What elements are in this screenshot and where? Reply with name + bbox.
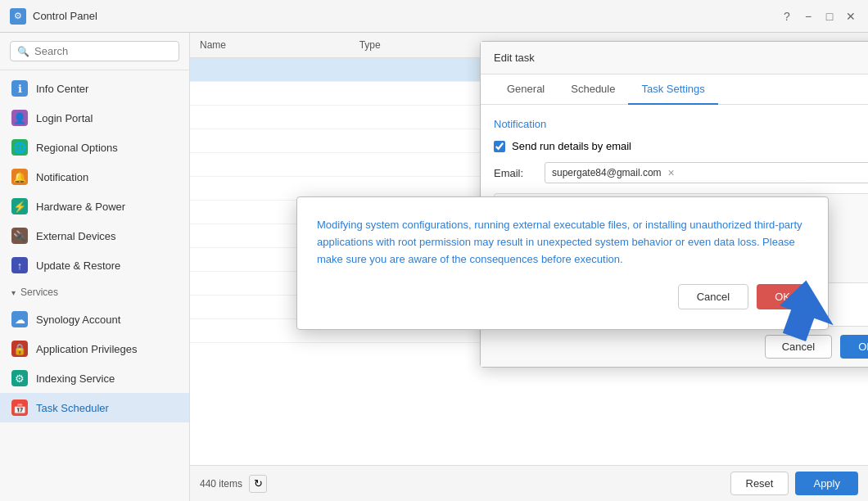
info-center-icon: ℹ (11, 80, 28, 97)
search-input[interactable] (34, 45, 172, 57)
synology-account-icon: ☁ (11, 311, 28, 327)
sidebar-item-label: Application Privileges (36, 343, 138, 355)
sidebar-item-info-center[interactable]: ℹ Info Center (0, 74, 189, 103)
content-area: Name Type Action Last run time Owner roo… (190, 33, 868, 501)
external-devices-icon: 🔌 (11, 228, 28, 244)
send-email-row: Send run details by email (494, 140, 868, 152)
item-count-area: 440 items ↻ (200, 475, 267, 493)
sidebar: 🔍 ℹ Info Center 👤 Login Portal 🌐 Regiona… (0, 33, 190, 501)
sidebar-item-hardware-power[interactable]: ⚡ Hardware & Power (0, 192, 189, 221)
application-privileges-icon: 🔒 (11, 341, 28, 357)
maximize-button[interactable]: □ (822, 9, 837, 24)
close-button[interactable]: ✕ (843, 9, 858, 24)
services-label: Services (20, 287, 58, 298)
send-email-label: Send run details by email (512, 140, 631, 152)
control-panel-window: ⚙ Control Panel ? − □ ✕ 🔍 ℹ Info Center (0, 0, 868, 501)
sidebar-item-update-restore[interactable]: ↑ Update & Restore (0, 250, 189, 280)
main-layout: 🔍 ℹ Info Center 👤 Login Portal 🌐 Regiona… (0, 33, 868, 501)
email-label: Email: (494, 167, 535, 179)
sidebar-item-label: Update & Restore (36, 260, 120, 272)
bottom-bar: 440 items ↻ Reset Apply (190, 465, 868, 501)
item-count-text: 440 items (200, 478, 242, 490)
sidebar-navigation: ℹ Info Center 👤 Login Portal 🌐 Regional … (0, 70, 189, 501)
indexing-service-icon: ⚙ (11, 370, 28, 386)
app-icon: ⚙ (10, 8, 26, 25)
update-restore-icon: ↑ (11, 257, 28, 273)
sidebar-item-task-scheduler[interactable]: 📅 Task Scheduler (0, 393, 189, 422)
sidebar-item-indexing-service[interactable]: ⚙ Indexing Service (0, 363, 189, 393)
help-button[interactable]: ? (780, 9, 794, 24)
sidebar-item-label: External Devices (36, 230, 116, 242)
search-box: 🔍 (0, 33, 189, 70)
hardware-power-icon: ⚡ (11, 198, 28, 214)
search-input-wrap[interactable]: 🔍 (10, 41, 179, 61)
tab-task-settings[interactable]: Task Settings (628, 74, 717, 105)
send-email-checkbox[interactable] (494, 141, 505, 152)
notification-section-title: Notification (494, 118, 868, 130)
sidebar-item-label: Notification (36, 171, 88, 183)
minimize-button[interactable]: − (801, 9, 816, 24)
email-tag-value: supergate84@gmail.com (552, 167, 662, 178)
edit-task-tabs: General Schedule Task Settings (481, 74, 868, 105)
services-section-header[interactable]: ▾ Services (0, 280, 189, 305)
search-icon: 🔍 (17, 46, 29, 57)
warning-buttons: Cancel OK (317, 284, 808, 309)
notification-icon: 🔔 (11, 169, 28, 185)
regional-options-icon: 🌐 (11, 139, 28, 156)
sidebar-item-label: Info Center (36, 83, 88, 95)
tab-general[interactable]: General (494, 74, 558, 105)
tab-schedule[interactable]: Schedule (558, 74, 628, 105)
refresh-button[interactable]: ↻ (249, 475, 267, 493)
edit-task-titlebar: Edit task ✕ (481, 42, 868, 74)
sidebar-item-application-privileges[interactable]: 🔒 Application Privileges (0, 334, 189, 363)
edit-task-title: Edit task (494, 52, 535, 64)
window-title: Control Panel (33, 10, 97, 22)
bottom-actions: Reset Apply (730, 472, 859, 495)
sidebar-item-external-devices[interactable]: 🔌 External Devices (0, 221, 189, 250)
sidebar-item-label: Hardware & Power (36, 201, 125, 213)
window-controls: ? − □ ✕ (780, 9, 858, 24)
titlebar: ⚙ Control Panel ? − □ ✕ (0, 0, 868, 33)
task-scheduler-icon: 📅 (11, 399, 28, 416)
services-chevron-icon: ▾ (11, 288, 16, 297)
sidebar-item-label: Regional Options (36, 142, 118, 154)
email-tag-remove-icon[interactable]: × (668, 166, 675, 179)
sidebar-item-notification[interactable]: 🔔 Notification (0, 162, 189, 192)
login-portal-icon: 👤 (11, 110, 28, 126)
svg-marker-0 (779, 278, 844, 348)
sidebar-item-synology-account[interactable]: ☁ Synology Account (0, 305, 189, 334)
warning-message: Modifying system configurations, running… (317, 217, 808, 268)
arrow-indicator (779, 278, 852, 354)
sidebar-item-label: Task Scheduler (36, 402, 109, 414)
warning-dialog: Modifying system configurations, running… (296, 196, 829, 330)
email-row: Email: supergate84@gmail.com × (494, 162, 868, 183)
sidebar-item-label: Indexing Service (36, 372, 115, 385)
col-name: Name (200, 39, 359, 51)
reset-button[interactable]: Reset (730, 472, 789, 495)
sidebar-item-login-portal[interactable]: 👤 Login Portal (0, 103, 189, 133)
sidebar-item-label: Synology Account (36, 314, 120, 326)
sidebar-item-label: Login Portal (36, 112, 93, 124)
sidebar-item-regional-options[interactable]: 🌐 Regional Options (0, 133, 189, 162)
warning-cancel-button[interactable]: Cancel (678, 284, 748, 309)
apply-button[interactable]: Apply (795, 472, 858, 495)
email-tag-box[interactable]: supergate84@gmail.com × (545, 162, 868, 183)
